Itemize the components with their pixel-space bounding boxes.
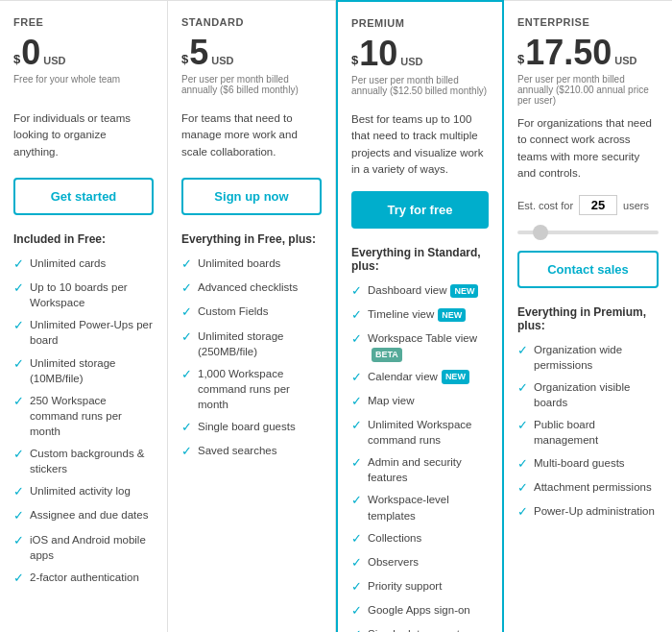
pricing-grid: FREE$0USDFree for your whole teamFor ind…: [0, 0, 672, 632]
check-icon: ✓: [351, 454, 362, 472]
price-usd-standard: USD: [211, 55, 233, 66]
feature-text: Power-Up administration: [534, 503, 655, 519]
check-icon: ✓: [351, 554, 362, 571]
check-icon: ✓: [517, 379, 528, 397]
badge-new: NEW: [438, 308, 466, 323]
price-row-premium: $10USD: [351, 36, 489, 71]
check-icon: ✓: [181, 280, 192, 297]
check-icon: ✓: [517, 417, 528, 434]
list-item: ✓Multi-board guests: [517, 455, 659, 473]
plan-name-free: FREE: [13, 16, 154, 28]
user-count-slider-container: [517, 223, 659, 237]
plan-name-enterprise: ENTERPRISE: [517, 16, 659, 28]
feature-text: Assignee and due dates: [30, 507, 148, 523]
price-sign-free: $: [13, 52, 20, 66]
badge-beta: BETA: [372, 348, 402, 362]
check-icon: ✓: [13, 317, 24, 334]
list-item: ✓iOS and Android mobile apps: [13, 532, 154, 563]
list-item: ✓Public board management: [517, 417, 659, 448]
feature-text: 250 Workspace command runs per month: [30, 393, 154, 439]
check-icon: ✓: [13, 507, 24, 524]
price-amount-standard: 5: [189, 36, 208, 70]
feature-text: Google Apps sign-on: [368, 602, 470, 618]
list-item: ✓Organization wide permissions: [517, 342, 659, 373]
est-cost-users: users: [623, 200, 649, 211]
feature-text: Simple data export: [368, 626, 460, 632]
price-subtitle-premium: Per user per month billed annually ($12.…: [351, 75, 489, 102]
list-item: ✓Simple data export: [351, 626, 489, 632]
list-item: ✓Assignee and due dates: [13, 507, 154, 524]
feature-list-enterprise: ✓Organization wide permissions✓Organizat…: [517, 342, 659, 632]
list-item: ✓Power-Up administration: [517, 503, 659, 521]
price-amount-premium: 10: [359, 36, 397, 71]
list-item: ✓Saved searches: [181, 443, 322, 460]
list-item: ✓Advanced checklists: [181, 280, 322, 297]
cta-button-free[interactable]: Get started: [13, 178, 154, 215]
check-icon: ✓: [351, 393, 362, 410]
list-item: ✓Collections: [351, 530, 489, 547]
badge-new: NEW: [450, 284, 478, 299]
list-item: ✓Custom Fields: [181, 304, 322, 321]
cta-button-premium[interactable]: Try for free: [351, 191, 489, 229]
list-item: ✓Google Apps sign-on: [351, 602, 489, 620]
price-usd-free: USD: [43, 55, 65, 66]
check-icon: ✓: [13, 446, 24, 463]
user-count-slider[interactable]: [517, 231, 659, 234]
price-subtitle-free: Free for your whole team: [13, 74, 154, 101]
list-item: ✓Workspace-level templates: [351, 492, 489, 523]
list-item: ✓Unlimited boards: [181, 255, 322, 273]
list-item: ✓250 Workspace command runs per month: [13, 393, 154, 439]
price-amount-enterprise: 17.50: [525, 36, 612, 70]
cta-button-standard[interactable]: Sign up now: [181, 178, 322, 215]
feature-text: Observers: [368, 554, 419, 570]
feature-text: Timeline viewNEW: [368, 306, 466, 322]
list-item: ✓Dashboard viewNEW: [351, 282, 489, 300]
plan-col-premium: PREMIUM$10USDPer user per month billed a…: [336, 0, 504, 632]
feature-list-premium: ✓Dashboard viewNEW✓Timeline viewNEW✓Work…: [351, 282, 489, 632]
feature-text: Custom Fields: [198, 304, 269, 319]
feature-text: iOS and Android mobile apps: [30, 532, 154, 563]
feature-text: Collections: [368, 530, 421, 546]
plan-description-standard: For teams that need to manage more work …: [181, 110, 322, 164]
feature-text: Saved searches: [198, 443, 276, 458]
check-icon: ✓: [351, 492, 362, 509]
price-row-free: $0USD: [13, 36, 154, 70]
feature-text: Organization wide permissions: [534, 342, 659, 373]
plan-name-standard: STANDARD: [181, 16, 322, 28]
price-subtitle-enterprise: Per user per month billed annually ($210…: [517, 74, 659, 106]
price-subtitle-standard: Per user per month billed annually ($6 b…: [181, 74, 322, 101]
feature-text: Multi-board guests: [534, 455, 625, 471]
check-icon: ✓: [517, 342, 528, 359]
plan-col-standard: STANDARD$5USDPer user per month billed a…: [168, 1, 336, 632]
check-icon: ✓: [13, 483, 24, 500]
list-item: ✓Organization visible boards: [517, 379, 659, 410]
feature-text: Unlimited boards: [198, 255, 280, 271]
feature-text: Dashboard viewNEW: [368, 282, 478, 298]
est-cost-input[interactable]: [579, 195, 617, 215]
feature-text: 2-factor authentication: [30, 570, 139, 585]
price-row-enterprise: $17.50USD: [517, 36, 659, 70]
check-icon: ✓: [351, 602, 362, 620]
check-icon: ✓: [351, 306, 362, 324]
check-icon: ✓: [181, 443, 192, 460]
list-item: ✓Priority support: [351, 578, 489, 596]
price-sign-enterprise: $: [517, 52, 524, 66]
plan-col-free: FREE$0USDFree for your whole teamFor ind…: [0, 1, 168, 632]
check-icon: ✓: [13, 570, 24, 587]
feature-text: Admin and security features: [368, 454, 489, 485]
list-item: ✓Unlimited storage (250MB/file): [181, 328, 322, 359]
list-item: ✓Attachment permissions: [517, 479, 659, 497]
list-item: ✓1,000 Workspace command runs per month: [181, 366, 322, 412]
plan-description-enterprise: For organizations that need to connect w…: [517, 115, 659, 182]
list-item: ✓Single board guests: [181, 419, 322, 436]
list-item: ✓Unlimited storage (10MB/file): [13, 355, 154, 386]
plan-description-free: For individuals or teams looking to orga…: [13, 110, 154, 164]
price-usd-enterprise: USD: [614, 55, 636, 66]
check-icon: ✓: [13, 255, 24, 273]
feature-text: Custom backgrounds & stickers: [30, 446, 154, 476]
cta-button-enterprise[interactable]: Contact sales: [517, 251, 659, 288]
check-icon: ✓: [517, 503, 528, 521]
feature-text: Map view: [368, 393, 415, 408]
list-item: ✓Calendar viewNEW: [351, 369, 489, 386]
feature-text: Unlimited activity log: [30, 483, 131, 498]
